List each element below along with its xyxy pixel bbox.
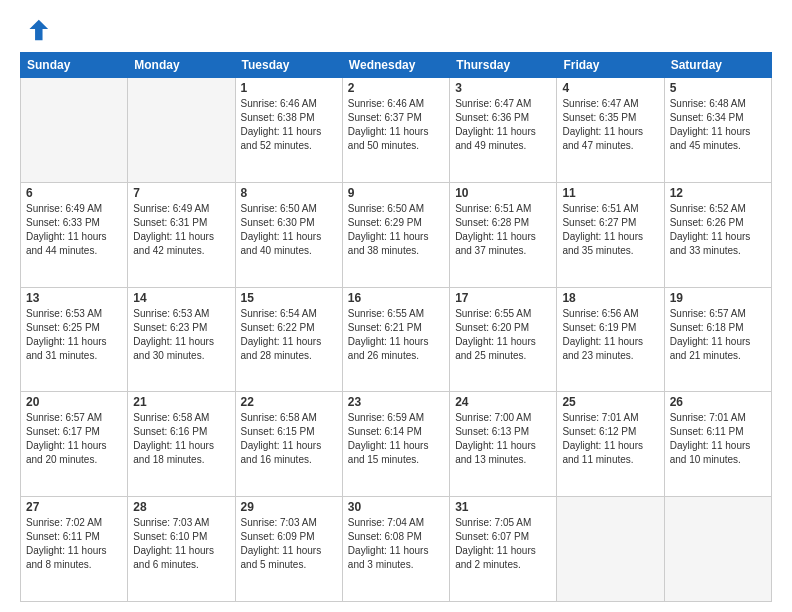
calendar-week-2: 13 Sunrise: 6:53 AMSunset: 6:25 PMDaylig… [21, 287, 772, 392]
day-info: Sunrise: 6:47 AMSunset: 6:35 PMDaylight:… [562, 97, 658, 153]
day-info: Sunrise: 7:04 AMSunset: 6:08 PMDaylight:… [348, 516, 444, 572]
calendar-cell: 31 Sunrise: 7:05 AMSunset: 6:07 PMDaylig… [450, 497, 557, 602]
day-info: Sunrise: 6:56 AMSunset: 6:19 PMDaylight:… [562, 307, 658, 363]
day-number: 21 [133, 395, 229, 409]
calendar-cell: 19 Sunrise: 6:57 AMSunset: 6:18 PMDaylig… [664, 287, 771, 392]
day-info: Sunrise: 6:53 AMSunset: 6:23 PMDaylight:… [133, 307, 229, 363]
calendar-cell: 8 Sunrise: 6:50 AMSunset: 6:30 PMDayligh… [235, 182, 342, 287]
calendar-header-sunday: Sunday [21, 53, 128, 78]
day-number: 10 [455, 186, 551, 200]
day-info: Sunrise: 7:01 AMSunset: 6:12 PMDaylight:… [562, 411, 658, 467]
day-info: Sunrise: 7:05 AMSunset: 6:07 PMDaylight:… [455, 516, 551, 572]
calendar-cell: 24 Sunrise: 7:00 AMSunset: 6:13 PMDaylig… [450, 392, 557, 497]
day-number: 13 [26, 291, 122, 305]
calendar-cell: 18 Sunrise: 6:56 AMSunset: 6:19 PMDaylig… [557, 287, 664, 392]
calendar-cell: 11 Sunrise: 6:51 AMSunset: 6:27 PMDaylig… [557, 182, 664, 287]
day-info: Sunrise: 6:55 AMSunset: 6:21 PMDaylight:… [348, 307, 444, 363]
day-number: 6 [26, 186, 122, 200]
day-info: Sunrise: 6:48 AMSunset: 6:34 PMDaylight:… [670, 97, 766, 153]
day-info: Sunrise: 6:47 AMSunset: 6:36 PMDaylight:… [455, 97, 551, 153]
calendar-cell: 20 Sunrise: 6:57 AMSunset: 6:17 PMDaylig… [21, 392, 128, 497]
day-info: Sunrise: 6:59 AMSunset: 6:14 PMDaylight:… [348, 411, 444, 467]
day-info: Sunrise: 6:50 AMSunset: 6:30 PMDaylight:… [241, 202, 337, 258]
calendar-table: SundayMondayTuesdayWednesdayThursdayFrid… [20, 52, 772, 602]
calendar-header-monday: Monday [128, 53, 235, 78]
day-number: 25 [562, 395, 658, 409]
calendar-header-tuesday: Tuesday [235, 53, 342, 78]
calendar-cell: 5 Sunrise: 6:48 AMSunset: 6:34 PMDayligh… [664, 78, 771, 183]
day-number: 1 [241, 81, 337, 95]
calendar-cell: 2 Sunrise: 6:46 AMSunset: 6:37 PMDayligh… [342, 78, 449, 183]
calendar-cell: 29 Sunrise: 7:03 AMSunset: 6:09 PMDaylig… [235, 497, 342, 602]
day-number: 26 [670, 395, 766, 409]
calendar-cell: 27 Sunrise: 7:02 AMSunset: 6:11 PMDaylig… [21, 497, 128, 602]
calendar-cell [21, 78, 128, 183]
calendar-week-3: 20 Sunrise: 6:57 AMSunset: 6:17 PMDaylig… [21, 392, 772, 497]
calendar-cell: 21 Sunrise: 6:58 AMSunset: 6:16 PMDaylig… [128, 392, 235, 497]
day-number: 16 [348, 291, 444, 305]
day-info: Sunrise: 6:57 AMSunset: 6:18 PMDaylight:… [670, 307, 766, 363]
day-number: 19 [670, 291, 766, 305]
logo-icon [22, 16, 50, 44]
calendar-cell: 3 Sunrise: 6:47 AMSunset: 6:36 PMDayligh… [450, 78, 557, 183]
day-number: 3 [455, 81, 551, 95]
calendar-cell [128, 78, 235, 183]
day-number: 28 [133, 500, 229, 514]
day-number: 20 [26, 395, 122, 409]
day-number: 29 [241, 500, 337, 514]
day-info: Sunrise: 6:49 AMSunset: 6:33 PMDaylight:… [26, 202, 122, 258]
calendar-cell: 25 Sunrise: 7:01 AMSunset: 6:12 PMDaylig… [557, 392, 664, 497]
day-info: Sunrise: 7:01 AMSunset: 6:11 PMDaylight:… [670, 411, 766, 467]
day-number: 15 [241, 291, 337, 305]
calendar-cell: 13 Sunrise: 6:53 AMSunset: 6:25 PMDaylig… [21, 287, 128, 392]
svg-marker-0 [29, 20, 48, 41]
calendar-header-wednesday: Wednesday [342, 53, 449, 78]
calendar-week-1: 6 Sunrise: 6:49 AMSunset: 6:33 PMDayligh… [21, 182, 772, 287]
calendar-week-0: 1 Sunrise: 6:46 AMSunset: 6:38 PMDayligh… [21, 78, 772, 183]
calendar-cell: 10 Sunrise: 6:51 AMSunset: 6:28 PMDaylig… [450, 182, 557, 287]
calendar-cell: 9 Sunrise: 6:50 AMSunset: 6:29 PMDayligh… [342, 182, 449, 287]
calendar-cell [557, 497, 664, 602]
calendar-header-thursday: Thursday [450, 53, 557, 78]
calendar-cell: 15 Sunrise: 6:54 AMSunset: 6:22 PMDaylig… [235, 287, 342, 392]
day-number: 12 [670, 186, 766, 200]
day-number: 9 [348, 186, 444, 200]
calendar-cell: 22 Sunrise: 6:58 AMSunset: 6:15 PMDaylig… [235, 392, 342, 497]
day-number: 7 [133, 186, 229, 200]
calendar-cell: 12 Sunrise: 6:52 AMSunset: 6:26 PMDaylig… [664, 182, 771, 287]
calendar-cell: 28 Sunrise: 7:03 AMSunset: 6:10 PMDaylig… [128, 497, 235, 602]
day-number: 30 [348, 500, 444, 514]
calendar-cell: 17 Sunrise: 6:55 AMSunset: 6:20 PMDaylig… [450, 287, 557, 392]
day-number: 24 [455, 395, 551, 409]
day-info: Sunrise: 7:03 AMSunset: 6:09 PMDaylight:… [241, 516, 337, 572]
day-info: Sunrise: 6:55 AMSunset: 6:20 PMDaylight:… [455, 307, 551, 363]
calendar-cell: 26 Sunrise: 7:01 AMSunset: 6:11 PMDaylig… [664, 392, 771, 497]
calendar-header-row: SundayMondayTuesdayWednesdayThursdayFrid… [21, 53, 772, 78]
day-info: Sunrise: 6:46 AMSunset: 6:38 PMDaylight:… [241, 97, 337, 153]
day-number: 2 [348, 81, 444, 95]
day-number: 4 [562, 81, 658, 95]
day-info: Sunrise: 7:02 AMSunset: 6:11 PMDaylight:… [26, 516, 122, 572]
day-number: 23 [348, 395, 444, 409]
day-number: 31 [455, 500, 551, 514]
calendar-cell: 14 Sunrise: 6:53 AMSunset: 6:23 PMDaylig… [128, 287, 235, 392]
calendar-cell: 16 Sunrise: 6:55 AMSunset: 6:21 PMDaylig… [342, 287, 449, 392]
day-number: 27 [26, 500, 122, 514]
day-number: 18 [562, 291, 658, 305]
day-number: 14 [133, 291, 229, 305]
day-info: Sunrise: 6:57 AMSunset: 6:17 PMDaylight:… [26, 411, 122, 467]
calendar-cell: 6 Sunrise: 6:49 AMSunset: 6:33 PMDayligh… [21, 182, 128, 287]
logo [20, 16, 50, 44]
calendar-cell: 23 Sunrise: 6:59 AMSunset: 6:14 PMDaylig… [342, 392, 449, 497]
day-number: 17 [455, 291, 551, 305]
day-info: Sunrise: 6:49 AMSunset: 6:31 PMDaylight:… [133, 202, 229, 258]
day-info: Sunrise: 6:53 AMSunset: 6:25 PMDaylight:… [26, 307, 122, 363]
day-info: Sunrise: 6:58 AMSunset: 6:15 PMDaylight:… [241, 411, 337, 467]
day-info: Sunrise: 6:54 AMSunset: 6:22 PMDaylight:… [241, 307, 337, 363]
day-info: Sunrise: 6:50 AMSunset: 6:29 PMDaylight:… [348, 202, 444, 258]
day-info: Sunrise: 6:51 AMSunset: 6:28 PMDaylight:… [455, 202, 551, 258]
header [20, 16, 772, 44]
day-number: 5 [670, 81, 766, 95]
calendar-cell: 30 Sunrise: 7:04 AMSunset: 6:08 PMDaylig… [342, 497, 449, 602]
page: SundayMondayTuesdayWednesdayThursdayFrid… [0, 0, 792, 612]
